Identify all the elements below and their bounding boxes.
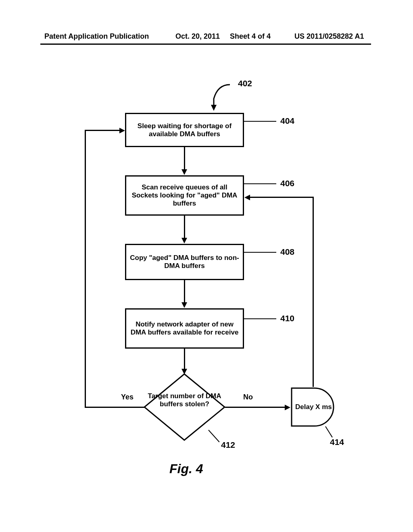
decision-412-text: Target number of DMA buffers stolen? [143, 392, 226, 408]
label-402: 402 [238, 79, 252, 88]
delay-414: Delay X ms [290, 387, 337, 427]
step-408-text: Copy "aged" DMA buffers to non-DMA buffe… [129, 254, 240, 270]
step-404-box: Sleep waiting for shortage of available … [125, 113, 244, 147]
step-410-text: Notify network adapter of new DMA buffer… [129, 320, 240, 337]
label-408: 408 [280, 247, 294, 257]
step-408-box: Copy "aged" DMA buffers to non-DMA buffe… [125, 244, 244, 280]
arrowhead-406-408-icon [181, 238, 187, 243]
no-line-h [225, 407, 286, 408]
delay-loop-arrowhead-icon [244, 195, 250, 200]
step-404-text: Sleep waiting for shortage of available … [129, 122, 240, 138]
label-412: 412 [221, 440, 235, 450]
flowchart-diagram: 402 Sleep waiting for shortage of availa… [0, 0, 413, 532]
leader-404 [244, 121, 276, 122]
no-arrowhead-icon [285, 405, 290, 410]
no-label: No [243, 393, 253, 401]
arrow-410-412 [184, 349, 185, 371]
step-406-text: Scan receive queues of all Sockets looki… [129, 183, 240, 208]
yes-label: Yes [121, 393, 133, 401]
leader-414 [325, 426, 333, 437]
arrowhead-404-406-icon [181, 169, 187, 175]
delay-414-text: Delay X ms [295, 403, 332, 411]
delay-loop-v [313, 197, 314, 387]
step-406-box: Scan receive queues of all Sockets looki… [125, 175, 244, 216]
arrowhead-408-410-icon [181, 302, 187, 308]
arrow-406-408 [184, 216, 185, 240]
figure-caption: Fig. 4 [169, 461, 203, 476]
label-404: 404 [280, 116, 294, 126]
decision-412: Target number of DMA buffers stolen? [143, 373, 226, 441]
leader-408 [244, 252, 276, 253]
label-406: 406 [280, 179, 294, 188]
svg-marker-0 [211, 105, 217, 111]
yes-line-h2 [85, 130, 120, 131]
arrow-408-410 [184, 280, 185, 304]
leader-406 [244, 183, 276, 184]
step-410-box: Notify network adapter of new DMA buffer… [125, 308, 244, 349]
leader-410 [244, 318, 276, 319]
arrow-404-406 [184, 147, 185, 171]
start-arrow-icon [206, 83, 234, 113]
yes-line-h1 [85, 407, 144, 408]
label-414: 414 [330, 437, 344, 447]
yes-line-v [85, 130, 86, 408]
yes-arrowhead-icon [119, 128, 125, 133]
delay-loop-h [250, 197, 314, 198]
label-410: 410 [280, 314, 294, 323]
